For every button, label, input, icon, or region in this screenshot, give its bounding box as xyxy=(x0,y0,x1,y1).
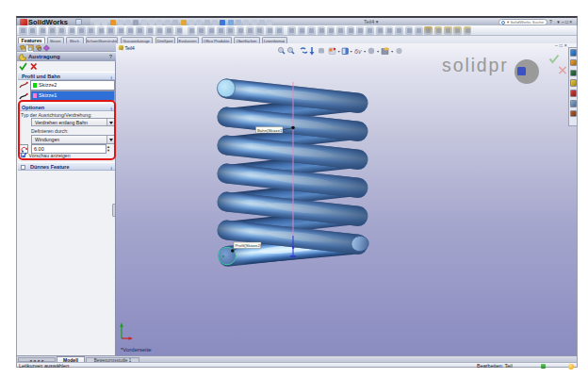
svg-text:Profil(Skizze2): Profil(Skizze2) xyxy=(236,243,262,248)
svg-text:Bahn(Skizze1): Bahn(Skizze1) xyxy=(257,128,285,133)
